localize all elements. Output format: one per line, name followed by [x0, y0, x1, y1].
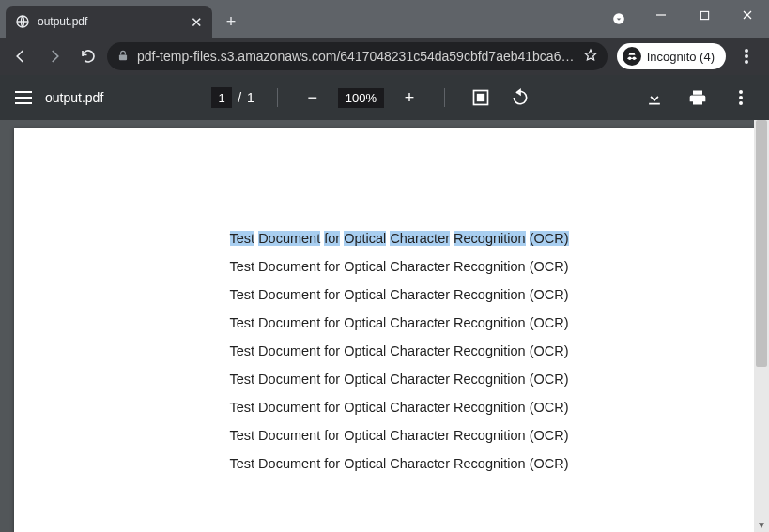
incognito-indicator[interactable]: Incognito (4)	[617, 43, 726, 69]
address-bar: pdf-temp-files.s3.amazonaws.com/64170482…	[0, 38, 769, 75]
caret-down-icon[interactable]	[609, 9, 628, 28]
close-icon[interactable]: ✕	[191, 15, 203, 29]
page-sep: /	[238, 90, 241, 105]
pdf-text-line[interactable]: Test Document for Optical Character Reco…	[230, 343, 756, 358]
incognito-label: Incognito (4)	[647, 50, 715, 64]
pdf-menu-button[interactable]	[728, 84, 754, 111]
globe-icon	[15, 14, 30, 29]
scroll-down-button[interactable]: ▼	[754, 517, 769, 532]
omnibox[interactable]: pdf-temp-files.s3.amazonaws.com/64170482…	[107, 42, 608, 70]
svg-point-11	[745, 54, 748, 58]
svg-rect-3	[700, 11, 708, 19]
minimize-button[interactable]	[639, 0, 683, 30]
reload-button[interactable]	[73, 41, 103, 71]
rotate-button[interactable]	[507, 84, 533, 111]
browser-menu-button[interactable]	[730, 41, 763, 71]
pdf-viewport[interactable]: Test Document for Optical Character Reco…	[0, 120, 769, 532]
pdf-page: Test Document for Optical Character Reco…	[14, 128, 756, 532]
bookmark-star-icon[interactable]	[583, 48, 598, 66]
pdf-text-line[interactable]: Test Document for Optical Character Reco…	[230, 259, 756, 274]
fit-page-button[interactable]	[468, 84, 494, 111]
pdf-text-line[interactable]: Test Document for Optical Character Reco…	[230, 287, 756, 302]
tab-title: output.pdf	[38, 15, 183, 28]
svg-rect-6	[119, 54, 127, 60]
scrollbar-thumb[interactable]	[756, 120, 767, 367]
print-button[interactable]	[684, 84, 711, 111]
new-tab-button[interactable]: +	[218, 8, 244, 35]
vertical-scrollbar[interactable]: ▲ ▼	[754, 120, 769, 532]
window-controls	[639, 0, 769, 30]
browser-tab[interactable]: output.pdf ✕	[6, 6, 212, 38]
menu-icon[interactable]	[15, 91, 32, 104]
separator	[277, 88, 278, 107]
zoom-out-button[interactable]: −	[300, 85, 325, 110]
close-window-button[interactable]	[726, 0, 769, 30]
page-number-input[interactable]: 1	[211, 87, 232, 108]
svg-rect-14	[478, 95, 484, 101]
separator	[444, 88, 445, 107]
pdf-text-line[interactable]: Test Document for Optical Character Reco…	[230, 428, 756, 443]
svg-point-16	[739, 96, 743, 99]
page-control: 1 / 1	[211, 87, 254, 108]
svg-point-12	[745, 60, 748, 64]
pdf-toolbar: output.pdf 1 / 1 − 100% +	[0, 75, 769, 120]
svg-point-15	[739, 90, 743, 94]
zoom-percent[interactable]: 100%	[338, 88, 384, 108]
incognito-icon	[623, 47, 641, 66]
svg-rect-9	[627, 58, 636, 59]
back-button[interactable]	[6, 41, 36, 71]
download-button[interactable]	[641, 84, 668, 111]
pdf-filename: output.pdf	[45, 90, 103, 105]
maximize-button[interactable]	[683, 0, 726, 30]
page-total: 1	[247, 90, 254, 105]
pdf-text-line[interactable]: Test Document for Optical Character Reco…	[230, 231, 756, 246]
pdf-text-line[interactable]: Test Document for Optical Character Reco…	[230, 400, 756, 415]
pdf-text-line[interactable]: Test Document for Optical Character Reco…	[230, 315, 756, 330]
svg-point-10	[745, 49, 748, 53]
url-text: pdf-temp-files.s3.amazonaws.com/64170482…	[137, 49, 576, 64]
zoom-in-button[interactable]: +	[397, 85, 422, 110]
lock-icon	[116, 49, 130, 65]
browser-titlebar: output.pdf ✕ +	[0, 0, 769, 38]
pdf-text-line[interactable]: Test Document for Optical Character Reco…	[230, 372, 756, 387]
pdf-text-line[interactable]: Test Document for Optical Character Reco…	[230, 456, 756, 471]
forward-button[interactable]	[39, 41, 69, 71]
svg-point-17	[739, 101, 743, 105]
